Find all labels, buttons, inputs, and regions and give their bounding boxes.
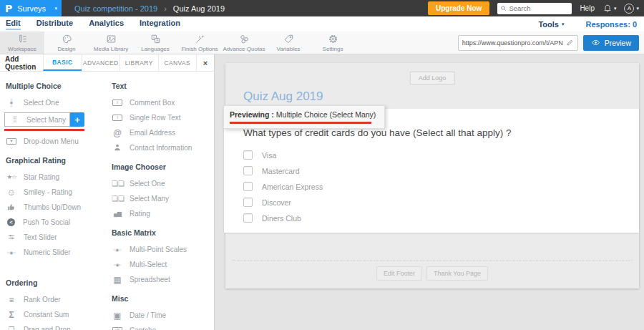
question-type-ordering-constant-sum[interactable]: ΣConstant Sum <box>6 307 112 322</box>
url-edit-pencil-icon[interactable] <box>566 39 574 47</box>
panel-tab-library[interactable]: LIBRARY <box>119 54 158 71</box>
toolbar-item-label: Advance Quotas <box>223 46 265 52</box>
breadcrumb-survey-folder[interactable]: Quiz competition - 2019 <box>74 4 157 13</box>
question-type-label: Thumbs Up/Down <box>24 203 81 211</box>
spreadsheet-icon: ▦ <box>112 276 123 284</box>
question-type-ordering-drag-and-drop[interactable]: ❐Drag and Drop <box>6 322 112 330</box>
question-type-multiple-choice-drop-down-menu[interactable]: ▾Drop-down Menu <box>6 134 112 149</box>
question-type-label: Single Row Text <box>130 114 181 122</box>
tools-menu[interactable]: Tools ▾ <box>538 20 564 29</box>
question-type-image-chooser-select-one[interactable]: ❏❏Select One <box>112 176 212 191</box>
advance-quotas-icon <box>239 34 250 44</box>
upgrade-now-button[interactable]: Upgrade Now <box>428 1 489 15</box>
option-checkbox[interactable] <box>243 166 253 175</box>
toolbar-item-finish-options[interactable]: Finish Options <box>177 31 222 54</box>
question-type-graphical-rating-push-to-social[interactable]: <Push To Social <box>6 215 112 230</box>
nav-tab-distribute[interactable]: Distribute <box>36 19 73 30</box>
toolbar-item-advance-quotas[interactable]: Advance Quotas <box>222 31 266 54</box>
nav-right: Tools ▾ Responses: 0 <box>538 20 644 29</box>
drag-and-drop-icon: ❐ <box>6 326 17 330</box>
toolbar-right: Preview <box>458 31 644 54</box>
question-type-misc-date-time[interactable]: ▣Date / Time <box>112 308 212 323</box>
question-type-text-single-row-text[interactable]: ISingle Row Text <box>112 110 212 125</box>
question-type-basic-matrix-multi-select[interactable]: ▫◉▫Multi-Select <box>112 257 212 272</box>
toolbar-item-settings[interactable]: Settings <box>311 31 355 54</box>
option-checkbox[interactable] <box>243 213 253 223</box>
question-type-label: Text Slider <box>24 233 57 241</box>
question-type-graphical-rating-thumbs-up-down[interactable]: Thumbs Up/Down <box>6 200 112 215</box>
preview-button-label: Preview <box>605 39 631 47</box>
section-heading: Text <box>112 82 212 90</box>
section-basic-matrix: Basic Matrix○◉○Multi-Point Scales▫◉▫Mult… <box>112 228 212 287</box>
option-label: Mastercard <box>262 167 300 175</box>
question-type-graphical-rating-smiley-rating[interactable]: ☺Smiley - Rating <box>6 185 112 200</box>
panel-tabs: BASICADVANCEDLIBRARYCANVAS <box>43 54 196 71</box>
toolbar-item-label: Languages <box>141 46 170 52</box>
help-link[interactable]: Help <box>580 4 595 12</box>
responses-count[interactable]: Responses: 0 <box>585 20 637 29</box>
question-type-label: Rating <box>130 210 150 218</box>
account-menu[interactable]: A ▾ <box>624 4 639 14</box>
nav-tab-analytics[interactable]: Analytics <box>89 19 124 30</box>
nav-tab-integration[interactable]: Integration <box>140 19 180 30</box>
section-heading: Ordering <box>6 278 112 287</box>
option-checkbox[interactable] <box>243 182 253 191</box>
answer-option-row: Visa <box>243 150 323 160</box>
question-type-label: Contact Information <box>130 144 192 152</box>
question-type-graphical-rating-star-rating[interactable]: ★☆Star Rating <box>6 170 112 185</box>
questionpro-logo: P <box>5 4 12 14</box>
contact-information-icon <box>112 143 123 153</box>
toolbar-item-label: Design <box>58 46 76 52</box>
toolbar-item-languages[interactable]: xALanguages <box>133 31 177 54</box>
notifications-menu[interactable]: ▾ <box>602 4 617 14</box>
date-time-icon: ▣ <box>112 311 123 320</box>
question-type-label: Drop-down Menu <box>24 137 79 145</box>
image-rating-icon: ▄▆ <box>112 211 123 217</box>
section-heading: Graphical Rating <box>6 156 112 165</box>
add-question-plus-button[interactable]: + <box>70 112 84 127</box>
question-type-basic-matrix-multi-point-scales[interactable]: ○◉○Multi-Point Scales <box>112 242 212 257</box>
option-label: Discover <box>262 198 291 207</box>
selection-red-underline <box>4 129 84 131</box>
preview-button[interactable]: Preview <box>583 35 639 51</box>
question-type-image-chooser-select-many[interactable]: ❏❏Select Many <box>112 191 212 206</box>
option-checkbox[interactable] <box>243 150 253 160</box>
question-type-ordering-rank-order[interactable]: ≡Rank Order <box>6 292 112 307</box>
survey-url-input[interactable] <box>462 39 563 47</box>
question-type-text-contact-information[interactable]: Contact Information <box>112 140 212 155</box>
option-label: American Express <box>262 183 323 191</box>
search-input[interactable] <box>509 4 569 12</box>
image-select-many-icon: ❏❏ <box>112 195 123 203</box>
question-type-multiple-choice-select-many[interactable]: ☑ ☑Select Many <box>4 112 70 127</box>
edit-footer-button[interactable]: Edit Footer <box>376 266 422 281</box>
surveys-menu[interactable]: P Surveys ▾ <box>0 0 62 16</box>
panel-tab-advanced[interactable]: ADVANCED <box>82 54 120 71</box>
nav-tab-edit[interactable]: Edit <box>6 19 21 30</box>
media-library-icon <box>106 34 117 44</box>
panel-tab-canvas[interactable]: CANVAS <box>158 54 197 71</box>
section-heading: Basic Matrix <box>112 228 212 237</box>
question-type-text-comment-box[interactable]: IComment Box <box>112 95 212 110</box>
close-panel-icon[interactable]: × <box>196 54 214 71</box>
question-type-graphical-rating-text-slider[interactable]: Text Slider <box>6 230 112 245</box>
answer-option-row: American Express <box>243 182 323 191</box>
question-type-text-email-address[interactable]: @Email Address <box>112 125 212 140</box>
option-checkbox[interactable] <box>243 198 253 207</box>
highlight-row: ☑ ☑Select Many+ <box>4 112 112 127</box>
questionpro-survey-editor: { "glyphs": { "caret": "▾", "close": "×"… <box>0 0 644 330</box>
add-logo-button[interactable]: Add Logo <box>410 72 455 84</box>
constant-sum-icon: Σ <box>6 311 17 319</box>
question-type-misc-captcha[interactable]: κβCaptcha <box>112 323 212 330</box>
question-type-label: Captcha <box>130 326 156 330</box>
question-type-image-chooser-rating[interactable]: ▄▆Rating <box>112 206 212 221</box>
question-type-graphical-rating-numeric-slider[interactable]: ○◉○Numeric Slider <box>6 245 112 260</box>
toolbar-item-workspace[interactable]: Workspace <box>0 31 44 54</box>
toolbar-item-media-library[interactable]: Media Library <box>89 31 133 54</box>
question-type-multiple-choice-select-one[interactable]: ○ ◉ ○Select One <box>6 95 112 110</box>
question-type-basic-matrix-spreadsheet[interactable]: ▦Spreadsheet <box>112 272 212 287</box>
thank-you-page-button[interactable]: Thank You Page <box>426 266 488 281</box>
toolbar-item-variables[interactable]: Variables <box>266 31 311 54</box>
previewing-prefix: Previewing : <box>230 110 274 119</box>
panel-tab-basic[interactable]: BASIC <box>43 54 82 71</box>
toolbar-item-design[interactable]: Design <box>44 31 89 54</box>
